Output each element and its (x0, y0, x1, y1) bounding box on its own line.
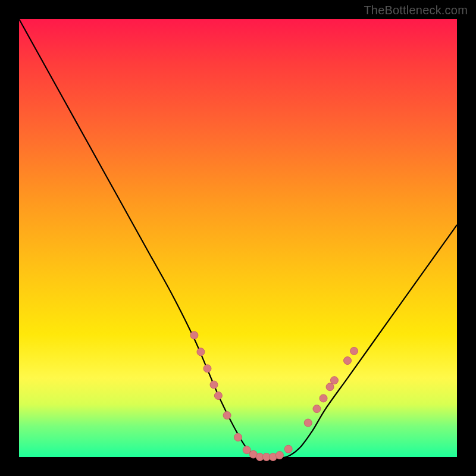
data-marker (330, 377, 338, 384)
data-marker (243, 446, 250, 454)
data-marker (203, 365, 211, 372)
data-marker (190, 331, 198, 339)
data-marker (234, 433, 242, 441)
data-marker (214, 392, 222, 399)
data-marker (344, 357, 352, 365)
data-marker (326, 383, 334, 391)
bottleneck-curve (19, 19, 457, 458)
data-marker (320, 394, 327, 402)
data-marker (210, 381, 218, 389)
data-marker (197, 348, 205, 356)
plot-area (19, 19, 457, 457)
data-marker (304, 419, 312, 427)
data-marker (313, 405, 321, 413)
curve-layer (19, 19, 457, 457)
data-marker (284, 445, 292, 453)
data-markers (190, 331, 358, 461)
data-marker (350, 347, 358, 355)
data-marker (223, 412, 231, 419)
chart-frame: TheBottleneck.com (0, 0, 476, 476)
bottleneck-curve-path (19, 19, 457, 458)
watermark-text: TheBottleneck.com (364, 4, 468, 17)
data-marker (275, 452, 283, 459)
